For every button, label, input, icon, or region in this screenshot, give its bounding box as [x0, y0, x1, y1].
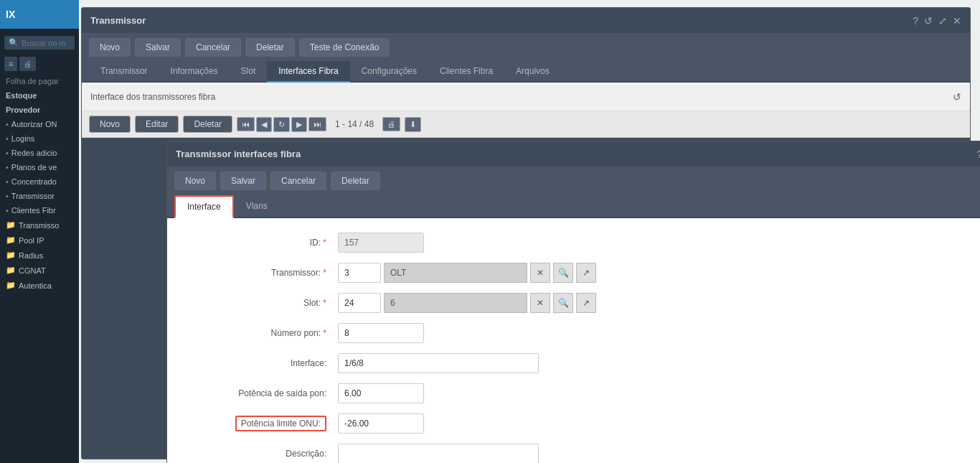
outer-modal-toolbar: Novo Salvar Cancelar Deletar Teste de Co… — [82, 34, 970, 61]
sidebar-item-planos[interactable]: •Planos de ve — [0, 160, 79, 174]
sidebar-folder-cgnat[interactable]: 📁CGNAT — [0, 263, 79, 278]
outer-teste-button[interactable]: Teste de Conexão — [299, 38, 390, 57]
transmissor-id-input[interactable] — [338, 263, 381, 283]
descricao-input[interactable] — [338, 444, 539, 463]
inner-modal: Transmissor interfaces fibra ? ↺ ⤢ ✕ Nov… — [166, 141, 980, 463]
search-icon: 🔍 — [9, 38, 19, 47]
inner-salvar-button[interactable]: Salvar — [220, 172, 266, 190]
outer-salvar-button[interactable]: Salvar — [135, 38, 181, 57]
form-area: ID: * Transmissor: * OLT ✕ 🔍 ↗ — [167, 218, 980, 463]
id-label: ID: * — [196, 238, 332, 248]
inner-tab-vlans[interactable]: Vlans — [234, 195, 280, 218]
potencia-limite-input[interactable] — [338, 413, 424, 434]
inner-modal-tabs: Interface Vlans — [167, 195, 980, 218]
outer-modal-header-icons: ? ↺ ⤢ ✕ — [913, 15, 961, 27]
sidebar-item-logins[interactable]: •Logins — [0, 131, 79, 146]
potencia-limite-label: Potência limite ONU: — [235, 416, 326, 431]
tab-slot[interactable]: Slot — [230, 61, 268, 83]
outer-modal-title: Transmissor — [90, 15, 146, 26]
outer-cancelar-button[interactable]: Cancelar — [185, 38, 241, 57]
id-input[interactable] — [338, 233, 424, 253]
sidebar-icon-btn-1[interactable]: ≡ — [4, 57, 17, 71]
potencia-saida-label: Potência de saída pon: — [196, 388, 332, 398]
sidebar-folha-label: Folha de pagar — [0, 74, 79, 88]
inner-modal-header-icons: ? ↺ ⤢ ✕ — [976, 149, 980, 160]
outer-modal-help-icon[interactable]: ? — [913, 15, 918, 27]
print-button[interactable]: 🖨 — [382, 117, 400, 131]
outer-modal-header: Transmissor ? ↺ ⤢ ✕ — [82, 8, 970, 34]
outer-novo-button[interactable]: Novo — [89, 38, 131, 57]
sub-editar-button[interactable]: Editar — [135, 116, 179, 133]
app-logo: IX — [6, 9, 15, 20]
outer-modal-history-icon[interactable]: ↺ — [924, 15, 933, 27]
sidebar-search-input[interactable] — [22, 39, 72, 47]
sidebar-item-autorizar[interactable]: •Autorizar ON — [0, 117, 79, 131]
sub-novo-button[interactable]: Novo — [89, 116, 131, 133]
form-row-transmissor: Transmissor: * OLT ✕ 🔍 ↗ — [196, 263, 980, 283]
sidebar-folder-radius[interactable]: 📁Radius — [0, 248, 79, 263]
nav-prev-button[interactable]: ◀ — [256, 117, 272, 132]
nav-next-button[interactable]: ▶ — [291, 117, 307, 132]
inner-cancelar-button[interactable]: Cancelar — [270, 172, 326, 190]
transmissor-label: Transmissor: * — [196, 268, 332, 278]
potencia-saida-input[interactable] — [338, 383, 424, 403]
download-button[interactable]: ⬇ — [405, 117, 421, 132]
sidebar-folder-poolip[interactable]: 📁Pool IP — [0, 233, 79, 248]
transmissor-clear-button[interactable]: ✕ — [530, 263, 550, 283]
tab-interfaces-fibra[interactable]: Interfaces Fibra — [267, 61, 349, 83]
outer-deletar-button[interactable]: Deletar — [245, 38, 295, 57]
inner-novo-button[interactable]: Novo — [174, 172, 216, 190]
sidebar-item-transmissor[interactable]: •Transmissor — [0, 189, 79, 203]
transmissor-external-button[interactable]: ↗ — [576, 263, 596, 283]
outer-body-history-icon[interactable]: ↺ — [953, 91, 961, 103]
tab-transmissor[interactable]: Transmissor — [89, 61, 159, 83]
nav-buttons: ⏮ ◀ ↻ ▶ ⏭ — [237, 117, 326, 132]
outer-modal-tabs: Transmissor Informações Slot Interfaces … — [82, 61, 970, 83]
inner-modal-toolbar: Novo Salvar Cancelar Deletar — [167, 167, 980, 195]
inner-modal-title: Transmissor interfaces fibra — [176, 149, 301, 159]
form-row-potencia-limite: Potência limite ONU: — [196, 413, 980, 434]
outer-modal: Transmissor ? ↺ ⤢ ✕ Novo Salvar Cancelar… — [81, 7, 971, 459]
slot-label: Slot: * — [196, 298, 332, 308]
transmissor-search-button[interactable]: 🔍 — [553, 263, 573, 283]
outer-modal-close-icon[interactable]: ✕ — [953, 15, 961, 27]
form-row-interface: Interface: — [196, 353, 980, 373]
transmissor-name-display: OLT — [384, 263, 527, 283]
nav-first-button[interactable]: ⏮ — [237, 117, 255, 131]
pagination-text: 1 - 14 / 48 — [335, 119, 374, 129]
sidebar-folder-autenticao[interactable]: 📁Autentica — [0, 278, 79, 293]
sidebar-item-redes[interactable]: •Redes adicio — [0, 146, 79, 160]
tab-informacoes[interactable]: Informações — [159, 61, 230, 83]
outer-modal-body-header: Interface dos transmissores fibra ↺ — [82, 83, 970, 111]
slot-id-input[interactable] — [338, 293, 381, 313]
slot-search-button[interactable]: 🔍 — [553, 293, 573, 313]
inner-modal-help-icon[interactable]: ? — [976, 149, 980, 160]
form-row-potencia-saida: Potência de saída pon: — [196, 383, 980, 403]
interface-input[interactable] — [338, 353, 539, 373]
transmissor-field-group: OLT ✕ 🔍 ↗ — [338, 263, 596, 283]
sidebar-item-clientes[interactable]: •Clientes Fibr — [0, 203, 79, 218]
potencia-limite-label-wrapper: Potência limite ONU: — [196, 418, 332, 429]
sidebar-folder-transmisso[interactable]: 📁Transmisso — [0, 218, 79, 233]
slot-external-button[interactable]: ↗ — [576, 293, 596, 313]
tab-clientes-fibra[interactable]: Clientes Fibra — [428, 61, 504, 83]
form-row-slot: Slot: * 6 ✕ 🔍 ↗ — [196, 293, 980, 313]
slot-field-group: 6 ✕ 🔍 ↗ — [338, 293, 596, 313]
nav-last-button[interactable]: ⏭ — [308, 117, 326, 131]
slot-clear-button[interactable]: ✕ — [530, 293, 550, 313]
inner-modal-header: Transmissor interfaces fibra ? ↺ ⤢ ✕ — [167, 141, 980, 167]
nav-refresh-button[interactable]: ↻ — [273, 117, 290, 132]
form-row-id: ID: * — [196, 233, 980, 253]
tab-arquivos[interactable]: Arquivos — [504, 61, 561, 83]
numero-pon-input[interactable] — [338, 323, 424, 343]
outer-modal-maximize-icon[interactable]: ⤢ — [938, 15, 947, 27]
interface-label: Interface: — [196, 358, 332, 368]
form-row-descricao: Descrição: — [196, 444, 980, 463]
inner-tab-interface[interactable]: Interface — [174, 195, 234, 218]
sidebar-item-concentrado[interactable]: •Concentrado — [0, 174, 79, 189]
inner-deletar-button[interactable]: Deletar — [331, 172, 380, 190]
sub-deletar-button[interactable]: Deletar — [183, 116, 232, 133]
descricao-label: Descrição: — [196, 449, 332, 459]
tab-configuracoes[interactable]: Configurações — [350, 61, 428, 83]
sidebar-icon-btn-2[interactable]: 🖨 — [19, 57, 36, 71]
